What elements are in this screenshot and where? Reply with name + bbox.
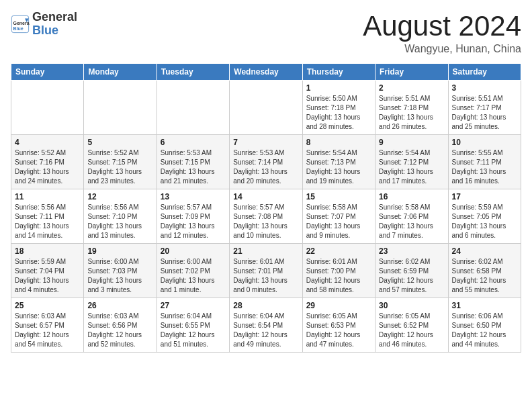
calendar-cell xyxy=(84,81,157,135)
day-number: 31 xyxy=(452,301,517,310)
calendar-header-tuesday: Tuesday xyxy=(157,64,229,81)
calendar-header-sunday: Sunday xyxy=(11,64,84,81)
calendar-cell: 30Sunrise: 6:05 AM Sunset: 6:52 PM Dayli… xyxy=(375,298,448,353)
calendar: SundayMondayTuesdayWednesdayThursdayFrid… xyxy=(11,63,521,353)
day-info: Sunrise: 6:03 AM Sunset: 6:56 PM Dayligh… xyxy=(87,312,152,349)
day-info: Sunrise: 5:57 AM Sunset: 7:08 PM Dayligh… xyxy=(233,203,298,240)
day-number: 13 xyxy=(161,192,226,201)
calendar-week-row: 1Sunrise: 5:50 AM Sunset: 7:18 PM Daylig… xyxy=(11,81,521,135)
calendar-header-monday: Monday xyxy=(84,64,157,81)
day-number: 1 xyxy=(306,83,371,93)
svg-text:Blue: Blue xyxy=(13,26,24,31)
svg-text:General: General xyxy=(13,21,30,26)
day-number: 10 xyxy=(452,138,517,147)
day-number: 28 xyxy=(233,301,298,310)
calendar-cell: 8Sunrise: 5:54 AM Sunset: 7:13 PM Daylig… xyxy=(302,135,375,189)
calendar-week-row: 11Sunrise: 5:56 AM Sunset: 7:11 PM Dayli… xyxy=(11,189,521,244)
calendar-header-row: SundayMondayTuesdayWednesdayThursdayFrid… xyxy=(11,64,521,81)
day-info: Sunrise: 5:58 AM Sunset: 7:07 PM Dayligh… xyxy=(306,203,371,240)
calendar-week-row: 4Sunrise: 5:52 AM Sunset: 7:16 PM Daylig… xyxy=(11,135,521,189)
day-number: 24 xyxy=(452,246,517,256)
day-number: 12 xyxy=(87,192,152,201)
day-info: Sunrise: 5:56 AM Sunset: 7:10 PM Dayligh… xyxy=(87,203,152,240)
day-info: Sunrise: 6:02 AM Sunset: 6:58 PM Dayligh… xyxy=(452,257,517,295)
calendar-cell: 1Sunrise: 5:50 AM Sunset: 7:18 PM Daylig… xyxy=(302,81,375,135)
calendar-cell: 20Sunrise: 6:00 AM Sunset: 7:02 PM Dayli… xyxy=(157,244,229,298)
calendar-cell: 9Sunrise: 5:54 AM Sunset: 7:12 PM Daylig… xyxy=(375,135,448,189)
day-info: Sunrise: 6:01 AM Sunset: 7:00 PM Dayligh… xyxy=(306,257,371,295)
day-info: Sunrise: 5:53 AM Sunset: 7:14 PM Dayligh… xyxy=(233,148,298,186)
day-info: Sunrise: 6:00 AM Sunset: 7:03 PM Dayligh… xyxy=(87,257,152,295)
header: General Blue General Blue August 2024 Wa… xyxy=(11,11,521,55)
calendar-cell: 26Sunrise: 6:03 AM Sunset: 6:56 PM Dayli… xyxy=(84,298,157,353)
calendar-cell: 14Sunrise: 5:57 AM Sunset: 7:08 PM Dayli… xyxy=(230,189,302,244)
calendar-cell: 4Sunrise: 5:52 AM Sunset: 7:16 PM Daylig… xyxy=(11,135,84,189)
day-info: Sunrise: 5:52 AM Sunset: 7:16 PM Dayligh… xyxy=(15,148,80,186)
calendar-header-wednesday: Wednesday xyxy=(230,64,302,81)
calendar-cell xyxy=(157,81,229,135)
calendar-header-friday: Friday xyxy=(375,64,448,81)
day-info: Sunrise: 5:55 AM Sunset: 7:11 PM Dayligh… xyxy=(452,148,517,186)
day-number: 17 xyxy=(452,192,517,201)
title-block: August 2024 Wangyue, Hunan, China xyxy=(363,11,521,55)
day-info: Sunrise: 6:04 AM Sunset: 6:54 PM Dayligh… xyxy=(233,312,298,349)
calendar-week-row: 18Sunrise: 5:59 AM Sunset: 7:04 PM Dayli… xyxy=(11,244,521,298)
day-number: 4 xyxy=(15,138,80,147)
day-info: Sunrise: 5:56 AM Sunset: 7:11 PM Dayligh… xyxy=(15,203,80,240)
day-info: Sunrise: 5:57 AM Sunset: 7:09 PM Dayligh… xyxy=(161,203,226,240)
calendar-cell xyxy=(230,81,302,135)
calendar-cell xyxy=(11,81,84,135)
day-info: Sunrise: 5:52 AM Sunset: 7:15 PM Dayligh… xyxy=(87,148,152,186)
location: Wangyue, Hunan, China xyxy=(363,43,521,55)
day-info: Sunrise: 6:05 AM Sunset: 6:53 PM Dayligh… xyxy=(306,312,371,349)
calendar-cell: 15Sunrise: 5:58 AM Sunset: 7:07 PM Dayli… xyxy=(302,189,375,244)
day-number: 27 xyxy=(161,301,226,310)
calendar-cell: 31Sunrise: 6:06 AM Sunset: 6:50 PM Dayli… xyxy=(448,298,521,353)
day-number: 16 xyxy=(379,192,444,201)
day-info: Sunrise: 5:54 AM Sunset: 7:13 PM Dayligh… xyxy=(306,148,371,186)
calendar-cell: 24Sunrise: 6:02 AM Sunset: 6:58 PM Dayli… xyxy=(448,244,521,298)
day-info: Sunrise: 6:05 AM Sunset: 6:52 PM Dayligh… xyxy=(379,312,444,349)
day-info: Sunrise: 6:06 AM Sunset: 6:50 PM Dayligh… xyxy=(452,312,517,349)
calendar-header-saturday: Saturday xyxy=(448,64,521,81)
day-number: 21 xyxy=(233,246,298,256)
logo-blue-text: Blue xyxy=(32,24,58,37)
day-info: Sunrise: 5:51 AM Sunset: 7:17 PM Dayligh… xyxy=(452,94,517,132)
day-number: 30 xyxy=(379,301,444,310)
calendar-cell: 12Sunrise: 5:56 AM Sunset: 7:10 PM Dayli… xyxy=(84,189,157,244)
calendar-week-row: 25Sunrise: 6:03 AM Sunset: 6:57 PM Dayli… xyxy=(11,298,521,353)
day-number: 7 xyxy=(233,138,298,147)
day-info: Sunrise: 5:53 AM Sunset: 7:15 PM Dayligh… xyxy=(161,148,226,186)
calendar-cell: 6Sunrise: 5:53 AM Sunset: 7:15 PM Daylig… xyxy=(157,135,229,189)
day-info: Sunrise: 5:51 AM Sunset: 7:18 PM Dayligh… xyxy=(379,94,444,132)
day-number: 18 xyxy=(15,246,80,256)
logo: General Blue General Blue xyxy=(11,11,77,38)
day-number: 5 xyxy=(87,138,152,147)
day-number: 25 xyxy=(15,301,80,310)
calendar-cell: 16Sunrise: 5:58 AM Sunset: 7:06 PM Dayli… xyxy=(375,189,448,244)
calendar-cell: 29Sunrise: 6:05 AM Sunset: 6:53 PM Dayli… xyxy=(302,298,375,353)
calendar-cell: 17Sunrise: 5:59 AM Sunset: 7:05 PM Dayli… xyxy=(448,189,521,244)
day-number: 2 xyxy=(379,83,444,93)
day-info: Sunrise: 6:00 AM Sunset: 7:02 PM Dayligh… xyxy=(161,257,226,295)
day-info: Sunrise: 5:54 AM Sunset: 7:12 PM Dayligh… xyxy=(379,148,444,186)
day-number: 20 xyxy=(161,246,226,256)
calendar-cell: 22Sunrise: 6:01 AM Sunset: 7:00 PM Dayli… xyxy=(302,244,375,298)
day-number: 23 xyxy=(379,246,444,256)
calendar-cell: 21Sunrise: 6:01 AM Sunset: 7:01 PM Dayli… xyxy=(230,244,302,298)
calendar-cell: 19Sunrise: 6:00 AM Sunset: 7:03 PM Dayli… xyxy=(84,244,157,298)
calendar-cell: 28Sunrise: 6:04 AM Sunset: 6:54 PM Dayli… xyxy=(230,298,302,353)
calendar-cell: 23Sunrise: 6:02 AM Sunset: 6:59 PM Dayli… xyxy=(375,244,448,298)
calendar-header-thursday: Thursday xyxy=(302,64,375,81)
day-number: 3 xyxy=(452,83,517,93)
day-number: 22 xyxy=(306,246,371,256)
month-title: August 2024 xyxy=(363,11,521,42)
day-info: Sunrise: 5:50 AM Sunset: 7:18 PM Dayligh… xyxy=(306,94,371,132)
day-number: 15 xyxy=(306,192,371,201)
calendar-cell: 7Sunrise: 5:53 AM Sunset: 7:14 PM Daylig… xyxy=(230,135,302,189)
day-info: Sunrise: 5:59 AM Sunset: 7:04 PM Dayligh… xyxy=(15,257,80,295)
day-number: 11 xyxy=(15,192,80,201)
calendar-cell: 11Sunrise: 5:56 AM Sunset: 7:11 PM Dayli… xyxy=(11,189,84,244)
calendar-cell: 2Sunrise: 5:51 AM Sunset: 7:18 PM Daylig… xyxy=(375,81,448,135)
calendar-cell: 18Sunrise: 5:59 AM Sunset: 7:04 PM Dayli… xyxy=(11,244,84,298)
